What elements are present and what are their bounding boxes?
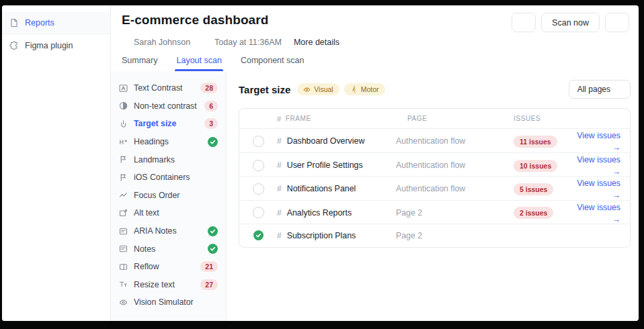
hash-icon: # [277,231,282,240]
sidebar-item-reports[interactable]: Reports [2,12,110,34]
page-name: Authentication flow [396,160,514,170]
row-select-radio[interactable] [253,183,264,195]
category-item-text-contrast[interactable]: Text Contrast28 [111,79,226,97]
category-item-aria-notes[interactable]: ARIA Notes [111,222,226,240]
table-row-subscription-plans: #Subscription PlansPage 2 [239,224,630,247]
results-header: Target size VisualMotor All pages [239,80,631,99]
table-row-analytics-reports: #Analytics ReportsPage 22 issuesView iss… [239,200,630,224]
chevron-down-icon [616,87,622,93]
tag-visual: Visual [297,83,339,95]
tag-motor: Motor [344,83,385,95]
tab-component-scan[interactable]: Component scan [241,56,305,71]
issues-badge: 10 issues [514,160,557,172]
sidebar-item-figma-plugin[interactable]: Figma plugin [2,34,110,56]
sidebar-item-label: Figma plugin [25,41,73,50]
clock-icon [202,38,210,46]
focus-order-icon [119,191,128,199]
category-label: Reflow [134,262,194,271]
issue-count-badge: 6 [204,101,218,111]
table-header-row: # FRAME PAGE ISSUES [239,109,630,129]
category-item-headings[interactable]: Headings [111,133,226,151]
category-item-non-text-contrast[interactable]: Non-text contrast6 [111,97,226,115]
view-issues-link[interactable]: View issues → [577,203,620,224]
category-label: Headings [134,137,202,146]
vision-simulator-icon [119,298,128,307]
issues-badge: 5 issues [514,183,553,195]
category-label: Landmarks [134,155,218,164]
chevron-down-icon [344,40,350,46]
table-row-notifications-panel: #Notifications PanelAuthentication flow5… [239,176,630,199]
tag-label: Motor [361,85,379,93]
content-area: Text Contrast28Non-text contrast6Target … [111,71,639,321]
ios-containers-icon [119,173,128,182]
category-label: Non-text contrast [134,101,198,111]
category-item-landmarks[interactable]: Landmarks [111,150,226,169]
frame-name: Analytics Reports [287,208,352,218]
author-name: Sarah Johnson [134,38,190,47]
header-actions: Scan now [512,13,629,32]
sidebar: ReportsFigma plugin [2,5,111,321]
frame-name: Subscription Plans [287,231,356,240]
hash-icon: # [277,160,282,170]
view-issues-link[interactable]: View issues → [577,155,620,177]
frame-name: Dashboard Overview [287,136,365,146]
alt-text-icon [119,209,128,218]
scan-now-button[interactable]: Scan now [541,13,600,32]
more-options-button[interactable] [605,13,629,32]
main-area: E-commerce dashboard Scan now [111,5,639,321]
tab-layout-scan[interactable]: Layout scan [176,56,221,71]
category-label: Target size [134,119,198,128]
page-name: Page 2 [396,208,514,218]
kebab-icon [612,18,622,28]
share-button[interactable] [512,13,536,32]
category-label: Resize text [134,280,194,289]
column-issues: ISSUES [514,115,571,122]
scan-time: Today at 11:36AM [202,38,282,47]
target-size-icon [119,120,128,128]
pages-filter-dropdown[interactable]: All pages [569,80,631,99]
row-select-radio[interactable] [253,207,264,218]
category-label: Vision Simulator [134,297,218,307]
issue-count-badge: 28 [200,83,218,93]
aria-notes-icon [119,227,128,236]
plugin-icon [9,41,19,50]
table-row-dashboard-overview: #Dashboard OverviewAuthentication flow11… [239,129,630,152]
headings-icon [119,138,128,146]
hash-icon: # [277,184,282,193]
notes-icon [119,244,128,253]
results-panel: Target size VisualMotor All pages # [227,71,639,321]
category-item-focus-order[interactable]: Focus Order [111,187,226,205]
check-icon [208,244,218,254]
category-item-target-size[interactable]: Target size3 [111,115,226,133]
issues-badge: 11 issues [514,136,557,148]
page-icon [396,115,403,122]
landmarks-icon [119,155,128,164]
check-icon [208,137,218,147]
more-details-button[interactable]: More details [294,38,350,47]
text-contrast-icon [119,84,128,93]
tab-summary[interactable]: Summary [122,56,157,71]
view-issues-link[interactable]: View issues → [577,131,620,152]
category-label: iOS Containers [134,173,218,182]
author: Sarah Johnson [122,38,190,47]
report-header: E-commerce dashboard Scan now [111,5,639,71]
sidebar-item-label: Reports [25,18,54,28]
category-item-vision-simulator[interactable]: Vision Simulator [111,293,226,312]
hash-icon: # [277,136,282,146]
category-item-alt-text[interactable]: Alt text [111,204,226,222]
row-select-radio[interactable] [253,160,264,171]
category-item-ios-containers[interactable]: iOS Containers [111,169,226,187]
more-details-label: More details [294,38,339,47]
section-title: Target size [239,84,290,95]
category-label: Focus Order [134,191,218,200]
person-icon [122,38,130,46]
document-icon [9,18,19,28]
category-item-reflow[interactable]: Reflow21 [111,258,226,276]
tab-bar: SummaryLayout scanComponent scan [122,56,629,71]
category-item-resize-text[interactable]: Resize text27 [111,276,226,294]
table-row-user-profile-settings: #User Profile SettingsAuthentication flo… [239,152,630,176]
category-panel: Text Contrast28Non-text contrast6Target … [111,71,227,321]
row-select-radio[interactable] [253,136,264,147]
view-issues-link[interactable]: View issues → [577,179,620,200]
category-item-notes[interactable]: Notes [111,240,226,258]
